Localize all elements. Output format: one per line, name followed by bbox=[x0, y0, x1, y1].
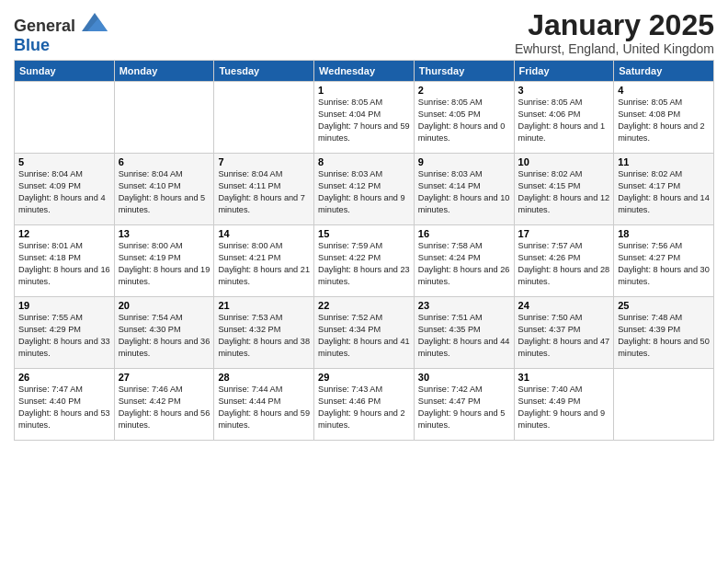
day-info: Sunrise: 7:47 AMSunset: 4:40 PMDaylight:… bbox=[18, 384, 110, 431]
day-info: Sunrise: 8:00 AMSunset: 4:19 PMDaylight:… bbox=[119, 240, 210, 288]
day-info: Sunrise: 7:56 AMSunset: 4:27 PMDaylight:… bbox=[618, 240, 710, 288]
day-number: 4 bbox=[618, 85, 710, 96]
calendar-cell: 7Sunrise: 8:04 AMSunset: 4:11 PMDaylight… bbox=[214, 154, 314, 225]
calendar-cell: 12Sunrise: 8:01 AMSunset: 4:18 PMDayligh… bbox=[15, 225, 115, 297]
calendar-week-row: 26Sunrise: 7:47 AMSunset: 4:40 PMDayligh… bbox=[15, 369, 714, 441]
day-number: 23 bbox=[418, 300, 510, 311]
calendar-cell: 19Sunrise: 7:55 AMSunset: 4:29 PMDayligh… bbox=[15, 297, 115, 369]
day-number: 26 bbox=[18, 372, 110, 383]
day-info: Sunrise: 7:42 AMSunset: 4:47 PMDaylight:… bbox=[418, 384, 510, 431]
day-info: Sunrise: 8:05 AMSunset: 4:08 PMDaylight:… bbox=[618, 97, 710, 144]
day-info: Sunrise: 8:02 AMSunset: 4:17 PMDaylight:… bbox=[618, 168, 710, 216]
calendar-cell: 29Sunrise: 7:43 AMSunset: 4:46 PMDayligh… bbox=[314, 369, 415, 441]
calendar-cell: 15Sunrise: 7:59 AMSunset: 4:22 PMDayligh… bbox=[314, 225, 415, 297]
day-info: Sunrise: 8:04 AMSunset: 4:09 PMDaylight:… bbox=[18, 168, 110, 216]
day-number: 28 bbox=[218, 372, 310, 383]
day-info: Sunrise: 7:46 AMSunset: 4:42 PMDaylight:… bbox=[119, 384, 210, 431]
header-thursday: Thursday bbox=[414, 61, 514, 82]
day-number: 22 bbox=[318, 300, 410, 311]
calendar-cell: 22Sunrise: 7:52 AMSunset: 4:34 PMDayligh… bbox=[314, 297, 415, 369]
day-number: 19 bbox=[18, 300, 110, 311]
calendar-cell: 11Sunrise: 8:02 AMSunset: 4:17 PMDayligh… bbox=[614, 154, 714, 225]
day-info: Sunrise: 7:57 AMSunset: 4:26 PMDaylight:… bbox=[518, 240, 610, 288]
day-info: Sunrise: 8:03 AMSunset: 4:12 PMDaylight:… bbox=[318, 168, 410, 216]
calendar-cell: 21Sunrise: 7:53 AMSunset: 4:32 PMDayligh… bbox=[214, 297, 314, 369]
day-number: 12 bbox=[18, 228, 110, 239]
day-info: Sunrise: 7:53 AMSunset: 4:32 PMDaylight:… bbox=[218, 312, 310, 360]
calendar-cell: 24Sunrise: 7:50 AMSunset: 4:37 PMDayligh… bbox=[514, 297, 614, 369]
calendar-table: Sunday Monday Tuesday Wednesday Thursday… bbox=[14, 60, 714, 441]
day-info: Sunrise: 8:01 AMSunset: 4:18 PMDaylight:… bbox=[18, 240, 110, 288]
calendar-cell: 27Sunrise: 7:46 AMSunset: 4:42 PMDayligh… bbox=[114, 369, 214, 441]
day-info: Sunrise: 7:51 AMSunset: 4:35 PMDaylight:… bbox=[418, 312, 510, 360]
day-number: 2 bbox=[418, 85, 510, 96]
day-number: 30 bbox=[418, 372, 510, 383]
day-number: 14 bbox=[218, 228, 310, 239]
calendar-cell: 4Sunrise: 8:05 AMSunset: 4:08 PMDaylight… bbox=[614, 82, 714, 154]
calendar-week-row: 1Sunrise: 8:05 AMSunset: 4:04 PMDaylight… bbox=[15, 82, 714, 154]
logo-icon bbox=[82, 13, 108, 31]
header: General Blue January 2025 Ewhurst, Engla… bbox=[14, 9, 714, 56]
logo: General Blue bbox=[14, 13, 108, 55]
day-number: 15 bbox=[318, 228, 410, 239]
calendar-cell bbox=[614, 369, 714, 441]
day-number: 13 bbox=[119, 228, 210, 239]
calendar-cell: 3Sunrise: 8:05 AMSunset: 4:06 PMDaylight… bbox=[514, 82, 614, 154]
calendar-cell: 9Sunrise: 8:03 AMSunset: 4:14 PMDaylight… bbox=[414, 154, 514, 225]
logo-text: General Blue bbox=[14, 13, 108, 55]
day-info: Sunrise: 8:04 AMSunset: 4:10 PMDaylight:… bbox=[119, 168, 210, 216]
day-info: Sunrise: 8:04 AMSunset: 4:11 PMDaylight:… bbox=[218, 168, 310, 216]
title-area: January 2025 Ewhurst, England, United Ki… bbox=[515, 9, 714, 56]
day-info: Sunrise: 8:05 AMSunset: 4:05 PMDaylight:… bbox=[418, 97, 510, 144]
day-number: 24 bbox=[518, 300, 610, 311]
calendar-cell: 5Sunrise: 8:04 AMSunset: 4:09 PMDaylight… bbox=[15, 154, 115, 225]
header-friday: Friday bbox=[514, 61, 614, 82]
day-number: 9 bbox=[418, 156, 510, 167]
calendar-week-row: 12Sunrise: 8:01 AMSunset: 4:18 PMDayligh… bbox=[15, 225, 714, 297]
page-container: General Blue January 2025 Ewhurst, Engla… bbox=[0, 0, 728, 445]
day-info: Sunrise: 8:05 AMSunset: 4:06 PMDaylight:… bbox=[518, 97, 610, 144]
day-number: 6 bbox=[119, 156, 210, 167]
day-info: Sunrise: 7:48 AMSunset: 4:39 PMDaylight:… bbox=[618, 312, 710, 360]
day-number: 1 bbox=[318, 85, 410, 96]
day-number: 7 bbox=[218, 156, 310, 167]
day-number: 17 bbox=[518, 228, 610, 239]
day-number: 20 bbox=[119, 300, 210, 311]
logo-general: General bbox=[14, 17, 75, 35]
calendar-cell: 26Sunrise: 7:47 AMSunset: 4:40 PMDayligh… bbox=[15, 369, 115, 441]
header-saturday: Saturday bbox=[614, 61, 714, 82]
calendar-cell: 1Sunrise: 8:05 AMSunset: 4:04 PMDaylight… bbox=[314, 82, 415, 154]
day-number: 21 bbox=[218, 300, 310, 311]
header-monday: Monday bbox=[114, 61, 214, 82]
day-info: Sunrise: 7:59 AMSunset: 4:22 PMDaylight:… bbox=[318, 240, 410, 288]
day-number: 29 bbox=[318, 372, 410, 383]
day-info: Sunrise: 7:44 AMSunset: 4:44 PMDaylight:… bbox=[218, 384, 310, 431]
calendar-cell bbox=[214, 82, 314, 154]
day-number: 11 bbox=[618, 156, 710, 167]
day-info: Sunrise: 7:58 AMSunset: 4:24 PMDaylight:… bbox=[418, 240, 510, 288]
calendar-cell: 17Sunrise: 7:57 AMSunset: 4:26 PMDayligh… bbox=[514, 225, 614, 297]
calendar-cell: 6Sunrise: 8:04 AMSunset: 4:10 PMDaylight… bbox=[114, 154, 214, 225]
calendar-cell: 10Sunrise: 8:02 AMSunset: 4:15 PMDayligh… bbox=[514, 154, 614, 225]
day-number: 16 bbox=[418, 228, 510, 239]
calendar-cell: 31Sunrise: 7:40 AMSunset: 4:49 PMDayligh… bbox=[514, 369, 614, 441]
day-number: 5 bbox=[18, 156, 110, 167]
calendar-cell: 20Sunrise: 7:54 AMSunset: 4:30 PMDayligh… bbox=[114, 297, 214, 369]
day-info: Sunrise: 7:40 AMSunset: 4:49 PMDaylight:… bbox=[518, 384, 610, 431]
day-info: Sunrise: 7:54 AMSunset: 4:30 PMDaylight:… bbox=[119, 312, 210, 360]
day-info: Sunrise: 7:55 AMSunset: 4:29 PMDaylight:… bbox=[18, 312, 110, 360]
day-info: Sunrise: 7:43 AMSunset: 4:46 PMDaylight:… bbox=[318, 384, 410, 431]
calendar-cell: 16Sunrise: 7:58 AMSunset: 4:24 PMDayligh… bbox=[414, 225, 514, 297]
weekday-header-row: Sunday Monday Tuesday Wednesday Thursday… bbox=[15, 61, 714, 82]
day-info: Sunrise: 7:52 AMSunset: 4:34 PMDaylight:… bbox=[318, 312, 410, 360]
day-number: 18 bbox=[618, 228, 710, 239]
day-info: Sunrise: 7:50 AMSunset: 4:37 PMDaylight:… bbox=[518, 312, 610, 360]
day-number: 8 bbox=[318, 156, 410, 167]
calendar-cell: 13Sunrise: 8:00 AMSunset: 4:19 PMDayligh… bbox=[114, 225, 214, 297]
day-info: Sunrise: 8:03 AMSunset: 4:14 PMDaylight:… bbox=[418, 168, 510, 216]
subtitle: Ewhurst, England, United Kingdom bbox=[515, 41, 714, 56]
day-number: 27 bbox=[119, 372, 210, 383]
header-tuesday: Tuesday bbox=[214, 61, 314, 82]
calendar-cell: 8Sunrise: 8:03 AMSunset: 4:12 PMDaylight… bbox=[314, 154, 415, 225]
calendar-cell bbox=[15, 82, 115, 154]
